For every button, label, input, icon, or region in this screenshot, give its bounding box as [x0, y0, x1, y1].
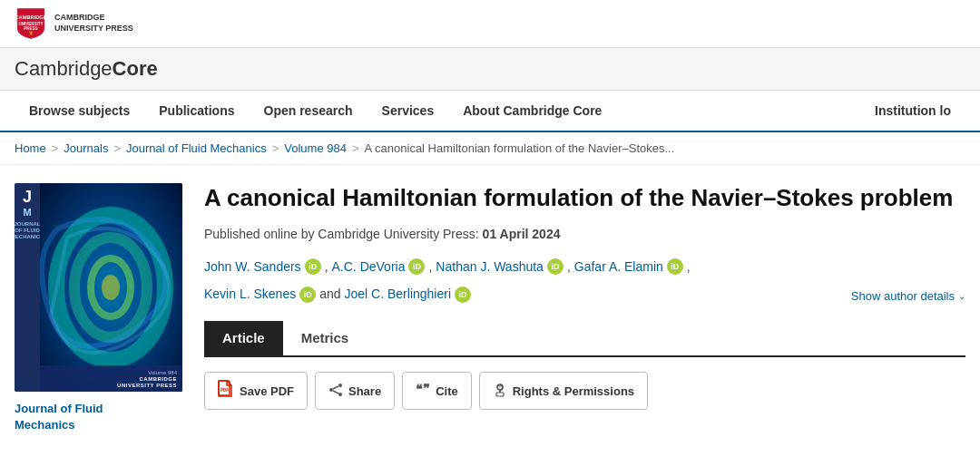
cambridge-shield-icon: CAMBRIDGE UNIVERSITY PRESS ⚜	[15, 7, 47, 40]
rights-permissions-button[interactable]: Rights & Permissions	[479, 372, 648, 410]
action-buttons: PDF Save PDF Share	[204, 372, 965, 410]
author-link-berlinghieri[interactable]: Joel C. Berlinghieri	[345, 283, 452, 306]
rights-icon	[493, 383, 507, 400]
article-title: A canonical Hamiltonian formulation of t…	[204, 183, 965, 214]
author-link-skenes[interactable]: Kevin L. Skenes	[204, 283, 296, 306]
published-line: Published online by Cambridge University…	[204, 227, 965, 241]
svg-text:⚜: ⚜	[28, 29, 34, 37]
svg-line-14	[333, 386, 338, 389]
share-icon	[328, 383, 343, 400]
breadcrumb-sep-2: >	[113, 141, 121, 155]
breadcrumb-journal-of-fluid-mechanics[interactable]: Journal of Fluid Mechanics	[126, 141, 267, 155]
cover-stripe: J M JOURNALOF FLUIDMECHANICS	[15, 183, 40, 392]
orcid-badge-devoria[interactable]: iD	[408, 258, 425, 275]
breadcrumb-volume[interactable]: Volume 984	[284, 141, 347, 155]
nav-bar: Browse subjects Publications Open resear…	[0, 91, 980, 132]
breadcrumb-home[interactable]: Home	[15, 141, 46, 155]
nav-item-services[interactable]: Services	[368, 91, 449, 131]
breadcrumb-sep-3: >	[272, 141, 279, 155]
author-link-sanders[interactable]: John W. Sanders	[204, 256, 301, 278]
breadcrumb-sep-4: >	[352, 141, 359, 155]
breadcrumb-current-article: A canonical Hamiltonian formulation of t…	[365, 141, 675, 155]
svg-point-12	[329, 388, 333, 392]
core-header: CambridgeCore	[0, 48, 980, 91]
show-author-details-button[interactable]: Show author details ⌄	[851, 282, 965, 306]
authors-line: John W. Sanders iD , A.C. DeVoria iD , N…	[204, 256, 965, 307]
cite-label: Cite	[436, 384, 458, 398]
nav-item-browse-subjects[interactable]: Browse subjects	[15, 91, 144, 131]
journal-cover: J M JOURNALOF FLUIDMECHANICS	[15, 183, 182, 392]
breadcrumb-sep-1: >	[52, 141, 59, 155]
svg-point-18	[498, 385, 501, 388]
breadcrumb: Home > Journals > Journal of Fluid Mecha…	[0, 132, 980, 165]
cup-text: CAMBRIDGE UNIVERSITY PRESS	[54, 13, 133, 34]
nav-item-publications[interactable]: Publications	[144, 91, 249, 131]
logo-area: CAMBRIDGE UNIVERSITY PRESS ⚜ CAMBRIDGE U…	[15, 7, 133, 40]
orcid-badge-washuta[interactable]: iD	[547, 258, 564, 275]
author-link-washuta[interactable]: Nathan J. Washuta	[436, 256, 544, 278]
institution-login-button[interactable]: Institution lo	[860, 91, 965, 131]
svg-rect-19	[496, 393, 504, 396]
rights-permissions-label: Rights & Permissions	[513, 384, 634, 398]
journal-link[interactable]: Journal of FluidMechanics	[15, 401, 182, 433]
svg-line-15	[333, 391, 338, 393]
cover-bottom-bar: Volume 984 CAMBRIDGEUNIVERSITY PRESS	[40, 365, 182, 392]
cover-jfm-logo: J M	[23, 189, 32, 218]
sidebar: J M JOURNALOF FLUIDMECHANICS	[15, 183, 182, 433]
cover-main: Volume 984 CAMBRIDGEUNIVERSITY PRESS	[40, 183, 182, 392]
orcid-badge-berlinghieri[interactable]: iD	[455, 287, 471, 303]
logo-bar: CAMBRIDGE UNIVERSITY PRESS ⚜ CAMBRIDGE U…	[0, 0, 980, 48]
orcid-badge-elamin[interactable]: iD	[667, 258, 683, 275]
tab-metrics[interactable]: Metrics	[283, 321, 368, 357]
author-link-devoria[interactable]: A.C. DeVoria	[332, 256, 406, 278]
article-main: A canonical Hamiltonian formulation of t…	[204, 183, 965, 433]
main-content: J M JOURNALOF FLUIDMECHANICS	[0, 165, 980, 452]
svg-text:PDF: PDF	[220, 388, 229, 393]
svg-point-13	[338, 393, 342, 396]
svg-text:❝❞: ❝❞	[416, 384, 430, 396]
svg-point-11	[338, 384, 342, 387]
nav-item-about[interactable]: About Cambridge Core	[448, 91, 616, 131]
share-button[interactable]: Share	[315, 372, 395, 410]
cite-icon: ❝❞	[416, 384, 430, 399]
cover-swirl-svg	[40, 183, 182, 392]
chevron-down-icon: ⌄	[958, 288, 965, 305]
svg-point-8	[102, 275, 120, 300]
core-logo: CambridgeCore	[15, 57, 965, 81]
save-pdf-button[interactable]: PDF Save PDF	[204, 372, 308, 410]
nav-item-open-research[interactable]: Open research	[250, 91, 368, 131]
pdf-icon: PDF	[218, 380, 234, 402]
orcid-badge-skenes[interactable]: iD	[299, 287, 316, 303]
breadcrumb-journals[interactable]: Journals	[64, 141, 108, 155]
svg-text:CAMBRIDGE: CAMBRIDGE	[15, 15, 46, 20]
save-pdf-label: Save PDF	[240, 384, 294, 398]
nav-items: Browse subjects Publications Open resear…	[15, 91, 860, 131]
orcid-badge-sanders[interactable]: iD	[305, 258, 321, 275]
share-label: Share	[348, 384, 381, 398]
tab-article[interactable]: Article	[204, 321, 283, 357]
tabs-row: Article Metrics	[204, 321, 965, 357]
author-link-elamin[interactable]: Gafar A. Elamin	[574, 256, 663, 278]
cite-button[interactable]: ❝❞ Cite	[402, 372, 472, 410]
svg-text:UNIVERSITY: UNIVERSITY	[18, 22, 43, 26]
